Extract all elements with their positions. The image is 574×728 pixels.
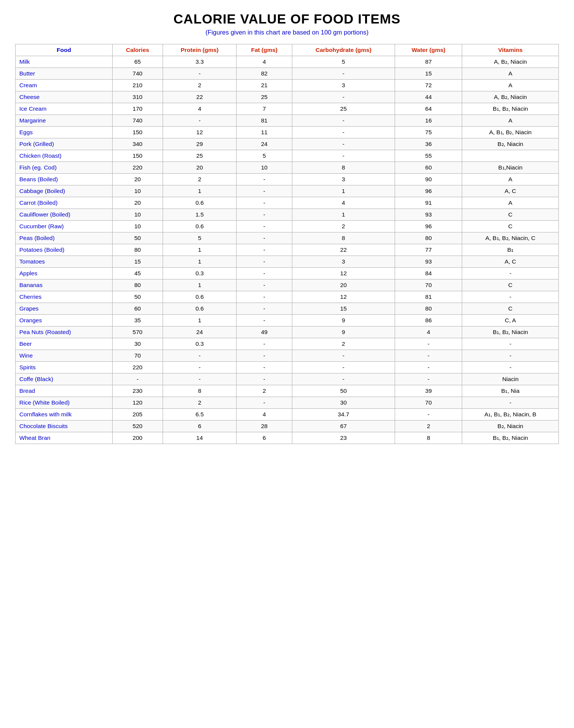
food-table: FoodCaloriesProtein (gms)Fat (gms)Carboh… xyxy=(15,44,559,444)
cell-value: A, C xyxy=(462,256,559,268)
table-row: Coffe (Black)-----Niacin xyxy=(16,373,559,385)
cell-value: 5 xyxy=(292,56,395,68)
table-row: Bread230825039B₁, Nia xyxy=(16,385,559,397)
cell-value: - xyxy=(462,362,559,373)
cell-value: 60 xyxy=(113,303,163,315)
food-name: Milk xyxy=(16,56,113,68)
table-row: Margarine740-81-16A xyxy=(16,115,559,127)
food-name: Potatoes (Boiled) xyxy=(16,244,113,256)
cell-value: 25 xyxy=(163,150,237,162)
table-row: Tomatoes151-393A, C xyxy=(16,256,559,268)
cell-value xyxy=(462,150,559,162)
cell-value: 1 xyxy=(292,209,395,221)
cell-value: 50 xyxy=(292,385,395,397)
table-row: Beans (Boiled)202-390A xyxy=(16,174,559,185)
food-name: Cauliflower (Boiled) xyxy=(16,209,113,221)
cell-value: C xyxy=(462,279,559,291)
cell-value: 0.3 xyxy=(163,268,237,279)
cell-value: 1 xyxy=(163,279,237,291)
cell-value: - xyxy=(163,68,237,80)
cell-value: A xyxy=(462,80,559,91)
cell-value: 3 xyxy=(292,256,395,268)
column-header: Protein (gms) xyxy=(163,44,237,56)
food-name: Bread xyxy=(16,385,113,397)
cell-value: 210 xyxy=(113,80,163,91)
cell-value: 15 xyxy=(113,256,163,268)
table-row: Fish (eg. Cod)2202010860B₁,Niacin xyxy=(16,162,559,174)
cell-value: 6.5 xyxy=(163,409,237,420)
cell-value: - xyxy=(163,350,237,362)
cell-value: - xyxy=(237,303,292,315)
cell-value: 4 xyxy=(237,409,292,420)
cell-value: 1 xyxy=(163,256,237,268)
table-row: Ice Cream170472564B₁, B₂, Niacin xyxy=(16,103,559,115)
cell-value: B₁, B₂, Niacin xyxy=(462,326,559,338)
cell-value: 5 xyxy=(163,232,237,244)
table-row: Cherries500.6-1281- xyxy=(16,291,559,303)
food-name: Wheat Bran xyxy=(16,432,113,444)
cell-value: 23 xyxy=(292,432,395,444)
cell-value: 1 xyxy=(163,185,237,197)
cell-value: 0.6 xyxy=(163,303,237,315)
cell-value: 6 xyxy=(163,420,237,432)
cell-value: - xyxy=(395,362,462,373)
column-header: Calories xyxy=(113,44,163,56)
column-header: Carbohydrate (gms) xyxy=(292,44,395,56)
cell-value: B₂, Niacin xyxy=(462,138,559,150)
column-header: Food xyxy=(16,44,113,56)
food-name: Margarine xyxy=(16,115,113,127)
cell-value: 70 xyxy=(395,397,462,409)
cell-value: 740 xyxy=(113,115,163,127)
cell-value: - xyxy=(237,268,292,279)
cell-value: - xyxy=(462,291,559,303)
food-name: Spirits xyxy=(16,362,113,373)
table-row: Apples450.3-1284- xyxy=(16,268,559,279)
cell-value: 230 xyxy=(113,385,163,397)
table-row: Beer300.3-2-- xyxy=(16,338,559,350)
cell-value: 80 xyxy=(395,232,462,244)
cell-value: - xyxy=(395,409,462,420)
food-name: Chocolate Biscuits xyxy=(16,420,113,432)
cell-value: 64 xyxy=(395,103,462,115)
table-row: Pork (Grilled)3402924-36B₂, Niacin xyxy=(16,138,559,150)
cell-value: 67 xyxy=(292,420,395,432)
cell-value: 91 xyxy=(395,197,462,209)
cell-value: 80 xyxy=(113,279,163,291)
cell-value: - xyxy=(292,373,395,385)
food-name: Ice Cream xyxy=(16,103,113,115)
cell-value: - xyxy=(462,397,559,409)
table-row: Wheat Bran200146238B₁, B₂, Niacin xyxy=(16,432,559,444)
food-name: Fish (eg. Cod) xyxy=(16,162,113,174)
cell-value: A xyxy=(462,174,559,185)
food-name: Eggs xyxy=(16,127,113,138)
cell-value: 72 xyxy=(395,80,462,91)
cell-value: B₁,Niacin xyxy=(462,162,559,174)
table-row: Cauliflower (Boiled)101.5-193C xyxy=(16,209,559,221)
cell-value: 220 xyxy=(113,162,163,174)
cell-value: 36 xyxy=(395,138,462,150)
cell-value: 570 xyxy=(113,326,163,338)
cell-value: 150 xyxy=(113,150,163,162)
food-name: Oranges xyxy=(16,315,113,326)
column-header: Water (gms) xyxy=(395,44,462,56)
cell-value: 0.6 xyxy=(163,221,237,232)
cell-value: A₁, B₁, B₂, Niacin, B xyxy=(462,409,559,420)
cell-value: - xyxy=(237,279,292,291)
cell-value: - xyxy=(395,338,462,350)
cell-value: 55 xyxy=(395,150,462,162)
cell-value: 9 xyxy=(292,315,395,326)
food-name: Beer xyxy=(16,338,113,350)
cell-value: Niacin xyxy=(462,373,559,385)
cell-value: - xyxy=(113,373,163,385)
cell-value: - xyxy=(395,350,462,362)
cell-value: 200 xyxy=(113,432,163,444)
table-row: Cheese3102225-44A, B₂, Niacin xyxy=(16,91,559,103)
cell-value: 15 xyxy=(395,68,462,80)
table-row: Bananas801-2070C xyxy=(16,279,559,291)
food-name: Tomatoes xyxy=(16,256,113,268)
food-name: Rice (White Boiled) xyxy=(16,397,113,409)
cell-value: 1.5 xyxy=(163,209,237,221)
table-row: Cucumber (Raw)100.6-296C xyxy=(16,221,559,232)
cell-value: - xyxy=(237,373,292,385)
table-row: Cornflakes with milk2056.5434.7-A₁, B₁, … xyxy=(16,409,559,420)
